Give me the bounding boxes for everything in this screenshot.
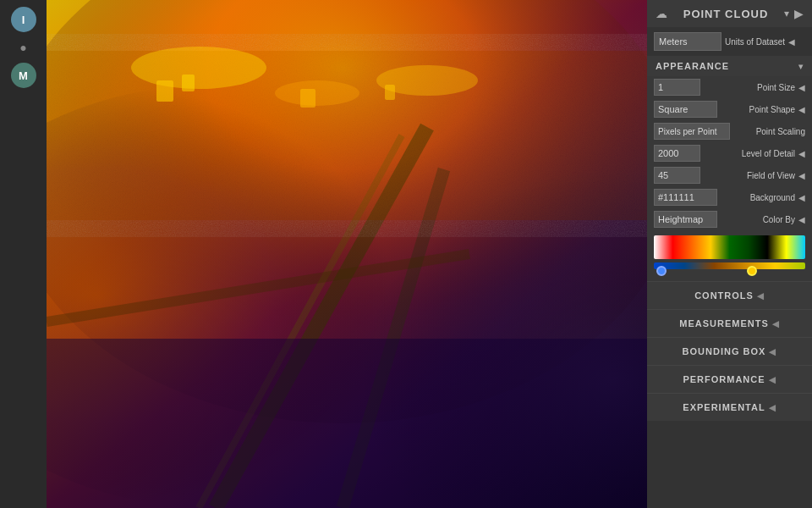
background-arrow[interactable]: ◀ — [798, 193, 805, 202]
svg-rect-13 — [47, 339, 647, 508]
point-scaling-row: Point Scaling — [647, 120, 812, 142]
svg-point-4 — [258, 127, 647, 508]
point-size-arrow[interactable]: ◀ — [798, 83, 805, 92]
svg-rect-16 — [300, 89, 315, 108]
bounding-box-button[interactable]: BOUNDING BOX ◀ — [647, 338, 812, 365]
svg-line-5 — [216, 127, 427, 508]
panel-header: ☁ POINT CLOUD ▾ ▶ — [647, 0, 812, 27]
controls-button[interactable]: CONTROLS ◀ — [647, 282, 812, 309]
units-label: Units of Dataset — [725, 37, 785, 47]
color-by-arrow[interactable]: ◀ — [798, 215, 805, 224]
fov-label: Field of View — [704, 171, 795, 180]
panel-bottom — [647, 421, 812, 508]
circle-icon[interactable]: ● — [14, 37, 34, 58]
color-by-label: Color By — [721, 215, 795, 224]
point-shape-label: Point Shape — [721, 105, 795, 114]
point-size-label: Point Size — [704, 83, 795, 92]
performance-section: PERFORMANCE ◀ — [647, 365, 812, 393]
panel-title-arrow[interactable]: ▾ — [784, 8, 789, 19]
lod-row: Level of Detail ◀ — [647, 142, 812, 164]
background-row: Background ◀ — [647, 186, 812, 208]
measurements-section: MEASUREMENTS ◀ — [647, 309, 812, 337]
point-shape-row: Point Shape ◀ — [647, 98, 812, 120]
controls-chevron: ◀ — [757, 291, 765, 301]
point-scaling-input[interactable] — [654, 123, 730, 140]
svg-line-7 — [343, 169, 444, 508]
experimental-section: EXPERIMENTAL ◀ — [647, 393, 812, 421]
measurements-label: MEASUREMENTS — [679, 318, 769, 329]
point-shape-input[interactable] — [654, 101, 717, 118]
lod-arrow[interactable]: ◀ — [798, 149, 805, 158]
colormap-section — [647, 230, 812, 281]
svg-point-11 — [376, 65, 478, 96]
units-row: Units of Dataset ◀ — [647, 27, 812, 56]
svg-rect-17 — [385, 85, 395, 100]
svg-point-3 — [47, 85, 512, 508]
appearance-label: APPEARANCE — [656, 61, 729, 71]
appearance-chevron: ▾ — [798, 62, 804, 71]
avatar-i[interactable]: I — [11, 7, 36, 32]
fov-arrow[interactable]: ◀ — [798, 171, 805, 180]
video-icon[interactable]: ▶ — [794, 7, 804, 20]
colormap-bar[interactable] — [654, 235, 805, 259]
units-arrow[interactable]: ◀ — [788, 37, 795, 47]
svg-point-10 — [131, 47, 266, 89]
point-size-row: Point Size ◀ — [647, 76, 812, 98]
panel-title: POINT CLOUD — [683, 8, 769, 20]
right-panel: ☁ POINT CLOUD ▾ ▶ Units of Dataset ◀ APP… — [647, 0, 812, 508]
color-by-row: Color By ◀ — [647, 208, 812, 230]
background-input[interactable] — [654, 189, 717, 206]
experimental-chevron: ◀ — [769, 403, 776, 412]
main-viewport[interactable] — [47, 0, 647, 508]
point-size-input[interactable] — [654, 79, 700, 96]
lod-input[interactable] — [654, 145, 700, 162]
lod-label: Level of Detail — [704, 149, 795, 158]
performance-button[interactable]: PERFORMANCE ◀ — [647, 366, 812, 393]
background-label: Background — [721, 193, 795, 202]
performance-chevron: ◀ — [769, 375, 776, 384]
measurements-button[interactable]: MEASUREMENTS ◀ — [647, 310, 812, 337]
svg-point-2 — [47, 0, 647, 423]
units-input[interactable] — [654, 32, 721, 51]
svg-line-6 — [199, 135, 402, 508]
point-scaling-label: Point Scaling — [733, 127, 805, 136]
gradient-handle-right[interactable] — [747, 266, 757, 276]
svg-rect-14 — [156, 80, 173, 102]
point-cloud-canvas[interactable] — [47, 0, 647, 508]
cloud-icon: ☁ — [656, 7, 667, 20]
avatar-m[interactable]: M — [11, 63, 36, 88]
panel-header-icons: ▾ ▶ — [784, 7, 804, 20]
svg-point-12 — [275, 80, 359, 106]
bounding-box-chevron: ◀ — [769, 347, 776, 356]
performance-label: PERFORMANCE — [683, 374, 765, 384]
gradient-handle-left[interactable] — [656, 266, 667, 276]
gradient-bar — [654, 262, 805, 269]
bounding-box-label: BOUNDING BOX — [683, 346, 766, 356]
svg-rect-9 — [47, 51, 647, 220]
gradient-bar-container — [654, 262, 805, 276]
color-by-input[interactable] — [654, 211, 717, 228]
svg-rect-15 — [182, 75, 195, 91]
landscape-svg — [47, 0, 647, 508]
sidebar: I ● M — [0, 0, 47, 508]
svg-line-8 — [47, 254, 469, 322]
experimental-button[interactable]: EXPERIMENTAL ◀ — [647, 394, 812, 421]
appearance-header[interactable]: APPEARANCE ▾ — [647, 56, 812, 76]
svg-rect-0 — [47, 0, 647, 55]
fov-input[interactable] — [654, 167, 700, 184]
fov-row: Field of View ◀ — [647, 164, 812, 186]
point-shape-arrow[interactable]: ◀ — [798, 105, 805, 114]
bounding-box-section: BOUNDING BOX ◀ — [647, 337, 812, 365]
controls-label: CONTROLS — [694, 290, 754, 301]
svg-rect-1 — [47, 0, 647, 508]
controls-section: CONTROLS ◀ — [647, 281, 812, 309]
experimental-label: EXPERIMENTAL — [683, 402, 765, 412]
measurements-chevron: ◀ — [772, 319, 780, 329]
